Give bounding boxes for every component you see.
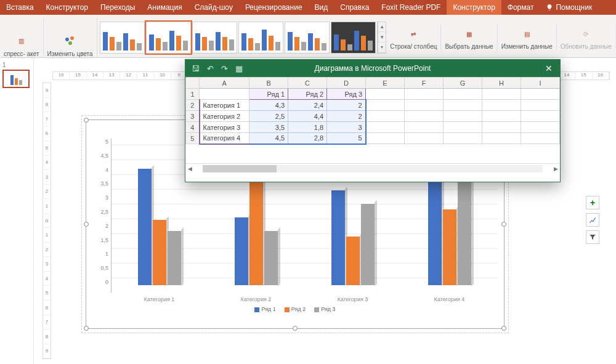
bar[interactable] (264, 231, 278, 285)
cell[interactable] (444, 133, 482, 144)
scrollbar-thumb[interactable] (203, 165, 277, 172)
chart-style-thumb[interactable] (331, 22, 376, 54)
undo-icon[interactable]: ↶ (207, 64, 214, 73)
ribbon-tab-рецензирование[interactable]: Рецензирование (239, 0, 309, 15)
row-header[interactable]: 1 (186, 89, 200, 100)
bar[interactable] (331, 190, 345, 285)
ribbon-tab-конструктор[interactable]: Конструктор (40, 0, 94, 15)
cell[interactable]: 4,5 (249, 133, 288, 144)
cell[interactable]: Категория 4 (200, 133, 249, 144)
bar[interactable] (168, 231, 181, 285)
legend-entry[interactable]: Ряд 3 (314, 306, 335, 312)
column-header[interactable]: B (249, 78, 288, 89)
column-header[interactable]: D (327, 78, 366, 89)
chart-style-thumb[interactable] (146, 22, 191, 54)
ribbon-tab-слайд-шоу[interactable]: Слайд-шоу (188, 0, 239, 15)
switch-row-column-button[interactable]: ⇄ Строка/ столбец (386, 24, 441, 51)
cell[interactable] (366, 122, 405, 133)
cell[interactable] (366, 133, 405, 144)
change-colors-button[interactable]: Изменить цвета (44, 17, 97, 57)
legend-entry[interactable]: Ряд 1 (254, 306, 275, 312)
bar[interactable] (235, 217, 248, 285)
column-header[interactable]: E (366, 78, 405, 89)
chart-filter-button[interactable] (586, 230, 599, 244)
ribbon-tab-справка[interactable]: Справка (334, 0, 375, 15)
cell[interactable] (482, 111, 521, 122)
bar[interactable] (153, 220, 166, 285)
cell[interactable]: 3,5 (249, 122, 288, 133)
cell[interactable]: 4,4 (288, 111, 327, 122)
column-header[interactable]: H (482, 78, 521, 89)
select-all-data-icon[interactable]: ▦ (235, 64, 243, 73)
cell[interactable]: 2 (327, 100, 366, 111)
row-header[interactable]: 5 (186, 133, 200, 144)
column-header[interactable]: C (288, 78, 327, 89)
column-header[interactable]: A (200, 78, 249, 89)
excel-titlebar[interactable]: 🖫 ↶ ↷ ▦ Диаграмма в Microsoft PowerPoint… (185, 60, 560, 77)
cell[interactable]: 1,8 (288, 122, 327, 133)
cell[interactable]: 2 (327, 111, 366, 122)
cell[interactable] (405, 122, 444, 133)
legend-entry[interactable]: Ряд 2 (285, 306, 306, 312)
cell[interactable] (482, 89, 521, 100)
bar[interactable] (138, 169, 152, 285)
row-header[interactable]: 2 (186, 100, 200, 111)
cell[interactable] (405, 133, 444, 144)
column-header[interactable]: G (444, 78, 482, 89)
cell[interactable]: Категория 3 (200, 122, 249, 133)
cell[interactable]: Ряд 3 (327, 89, 366, 100)
bar[interactable] (249, 166, 263, 285)
cell[interactable] (521, 100, 559, 111)
cell[interactable] (366, 111, 405, 122)
excel-grid[interactable]: ABCDEFGHI1Ряд 1Ряд 2Ряд 32Категория 14,3… (185, 77, 560, 163)
cell[interactable]: 2,4 (288, 100, 327, 111)
scroll-left-icon[interactable]: ◀ (185, 166, 194, 172)
cell[interactable] (482, 133, 521, 144)
chart-styles-button[interactable] (586, 213, 599, 227)
select-data-button[interactable]: ▦ Выбрать данные (441, 24, 497, 51)
cell[interactable] (366, 89, 405, 100)
column-header[interactable]: I (521, 78, 559, 89)
cell[interactable] (521, 133, 559, 144)
cell[interactable]: Категория 2 (200, 111, 249, 122)
excel-close-button[interactable]: ✕ (538, 60, 560, 77)
cell[interactable] (521, 122, 559, 133)
excel-horizontal-scrollbar[interactable]: ◀ ▶ (185, 163, 560, 173)
cell[interactable] (200, 89, 249, 100)
ribbon-tab-foxit-reader-pdf[interactable]: Foxit Reader PDF (375, 0, 447, 15)
tell-me-button[interactable]: Помощник (540, 0, 598, 15)
cell[interactable] (482, 122, 521, 133)
select-all-cell[interactable] (186, 78, 200, 89)
cell[interactable]: 4,3 (249, 100, 288, 111)
redo-icon[interactable]: ↷ (221, 64, 228, 73)
cell[interactable] (444, 89, 482, 100)
ribbon-tab-формат[interactable]: Формат (501, 0, 540, 15)
express-layout-button[interactable]: ▥ спресс- акет (0, 17, 44, 57)
ribbon-tab-переходы[interactable]: Переходы (94, 0, 141, 15)
refresh-data-button[interactable]: ⟳ Обновить данные (557, 24, 616, 51)
cell[interactable]: Ряд 1 (249, 89, 288, 100)
chart-style-thumb[interactable] (238, 22, 283, 54)
cell[interactable] (405, 111, 444, 122)
excel-data-window[interactable]: 🖫 ↶ ↷ ▦ Диаграмма в Microsoft PowerPoint… (185, 59, 561, 182)
ribbon-tab-конструктор[interactable]: Конструктор (447, 0, 501, 15)
ribbon-tab-анимация[interactable]: Анимация (141, 0, 188, 15)
ribbon-tab-вставка[interactable]: Вставка (0, 0, 40, 15)
row-header[interactable]: 4 (186, 122, 200, 133)
cell[interactable] (444, 111, 482, 122)
bar[interactable] (443, 209, 456, 285)
cell[interactable] (521, 111, 559, 122)
cell[interactable] (405, 100, 444, 111)
chart-style-thumb[interactable] (192, 22, 237, 54)
slide-thumbnail-1[interactable] (2, 70, 30, 88)
cell[interactable] (521, 89, 559, 100)
cell[interactable]: 3 (327, 122, 366, 133)
cell[interactable]: Ряд 2 (288, 89, 327, 100)
cell[interactable] (482, 100, 521, 111)
chart-elements-button[interactable]: + (586, 196, 599, 209)
cell[interactable] (444, 100, 482, 111)
column-header[interactable]: F (405, 78, 444, 89)
cell[interactable]: 5 (327, 133, 366, 144)
bar[interactable] (346, 237, 360, 285)
cell[interactable]: Категория 1 (200, 100, 249, 111)
